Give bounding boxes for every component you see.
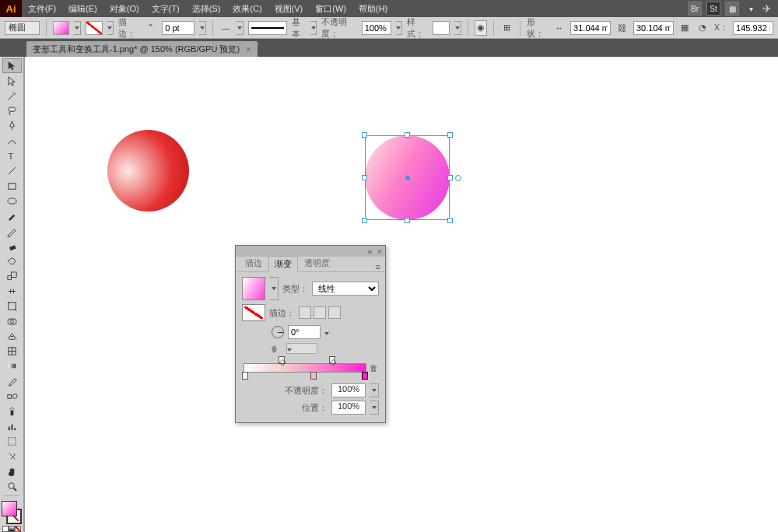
opacity-dropdown[interactable]: [396, 21, 402, 35]
aspect-dropdown[interactable]: [286, 343, 317, 354]
fill-stroke-colors[interactable]: [2, 501, 22, 524]
recolor-icon[interactable]: ◉: [475, 20, 488, 36]
mesh-tool[interactable]: [2, 344, 22, 359]
panel-tab-transparency[interactable]: 透明度: [298, 255, 336, 271]
resize-handle-br[interactable]: [447, 218, 453, 223]
pie-icon[interactable]: ◔: [696, 20, 710, 36]
gradient-stop-3[interactable]: [362, 372, 368, 380]
slice-tool[interactable]: [2, 449, 22, 464]
resize-handle-bl[interactable]: [362, 218, 367, 223]
width-input[interactable]: [570, 21, 611, 35]
stroke-grad-across[interactable]: [328, 306, 341, 319]
stroke-weight-input[interactable]: [162, 21, 194, 35]
panel-tab-stroke[interactable]: 描边: [239, 255, 268, 271]
ref-point-icon[interactable]: ▦: [678, 20, 692, 36]
gradient-tool[interactable]: [2, 359, 22, 373]
menu-window[interactable]: 窗口(W): [309, 3, 352, 15]
center-point-icon[interactable]: [405, 176, 410, 180]
align-icon[interactable]: ⊞: [500, 20, 513, 36]
stop-opacity-dropdown[interactable]: [370, 383, 379, 397]
eraser-tool[interactable]: [2, 239, 22, 254]
gradient-stroke-swatch[interactable]: [242, 304, 265, 321]
canvas[interactable]: « × 描边 渐变 透明度 ≡ 类型： 线性 描边：: [24, 57, 778, 532]
rectangle-tool[interactable]: [2, 179, 22, 194]
dropdown-icon[interactable]: ▾: [744, 2, 758, 16]
resize-handle-t[interactable]: [405, 132, 410, 138]
resize-handle-l[interactable]: [362, 175, 367, 180]
hand-tool[interactable]: [2, 464, 22, 478]
stroke-grad-along[interactable]: [314, 306, 326, 319]
selection-tool[interactable]: [2, 58, 22, 73]
pencil-tool[interactable]: [2, 223, 22, 238]
resize-handle-tl[interactable]: [362, 132, 367, 138]
pen-tool[interactable]: [2, 118, 22, 133]
resize-handle-b[interactable]: [405, 218, 410, 223]
angle-input[interactable]: [288, 325, 321, 339]
stroke-dropdown[interactable]: [107, 21, 114, 35]
menu-view[interactable]: 视图(V): [268, 3, 310, 15]
x-input[interactable]: [733, 21, 773, 35]
close-tab-icon[interactable]: ×: [246, 44, 251, 54]
rotate-tool[interactable]: [2, 254, 22, 268]
angle-dropdown[interactable]: [324, 327, 329, 337]
opacity-input[interactable]: [362, 21, 391, 35]
shape-name[interactable]: 椭圆: [5, 21, 40, 35]
shape-builder-tool[interactable]: [2, 313, 22, 328]
brush-preview[interactable]: [248, 21, 287, 35]
artboard-tool[interactable]: [2, 434, 22, 449]
ellipse-tool[interactable]: [2, 194, 22, 208]
curvature-tool[interactable]: [2, 134, 22, 149]
menu-type[interactable]: 文字(T): [145, 3, 186, 15]
gradient-preset-dropdown[interactable]: [269, 277, 279, 300]
stroke-grad-within[interactable]: [299, 306, 311, 319]
panel-collapse-icon[interactable]: «: [367, 247, 372, 256]
stroke-weight-dropdown[interactable]: [199, 21, 205, 35]
line-tool[interactable]: [2, 163, 22, 178]
style-swatch[interactable]: [433, 21, 450, 35]
menu-edit[interactable]: 编辑(E): [62, 3, 103, 15]
paintbrush-tool[interactable]: [2, 208, 22, 223]
gradient-midpoint-2[interactable]: ◇: [329, 356, 335, 364]
menu-object[interactable]: 对象(O): [103, 3, 145, 15]
gradient-type-select[interactable]: 线性: [312, 282, 379, 296]
blend-tool[interactable]: [2, 389, 22, 404]
resize-handle-r[interactable]: [447, 175, 453, 180]
gradient-stop-2[interactable]: [310, 372, 317, 380]
height-input[interactable]: [633, 21, 674, 35]
selected-object[interactable]: [365, 135, 450, 220]
panel-tab-gradient[interactable]: 渐变: [268, 256, 298, 272]
stroke-swatch[interactable]: [86, 21, 103, 35]
direct-selection-tool[interactable]: [2, 73, 22, 88]
menu-effect[interactable]: 效果(C): [226, 3, 268, 15]
scale-tool[interactable]: [2, 268, 22, 283]
color-mode-none[interactable]: [15, 526, 21, 532]
lasso-tool[interactable]: [2, 103, 22, 118]
gradient-preview-swatch[interactable]: [242, 277, 265, 300]
brush-dropdown[interactable]: [310, 21, 317, 35]
stop-position-input[interactable]: 100%: [331, 401, 366, 415]
menu-file[interactable]: 文件(F): [22, 3, 62, 15]
stop-position-dropdown[interactable]: [370, 401, 379, 415]
zoom-tool[interactable]: [2, 479, 22, 494]
panel-menu-icon[interactable]: ≡: [371, 262, 385, 271]
color-mode-gradient[interactable]: [9, 526, 15, 532]
style-dropdown[interactable]: [454, 21, 461, 35]
free-transform-tool[interactable]: [2, 299, 22, 313]
fill-color-icon[interactable]: [2, 501, 17, 516]
panel-close-icon[interactable]: ×: [377, 247, 382, 256]
type-tool[interactable]: T: [2, 149, 22, 163]
gradient-annotator-end[interactable]: [455, 175, 461, 181]
gradient-stop-1[interactable]: [242, 372, 248, 380]
symbol-sprayer-tool[interactable]: [2, 404, 22, 418]
stop-opacity-input[interactable]: 100%: [331, 383, 366, 397]
red-circle-object[interactable]: [107, 130, 189, 212]
fill-swatch[interactable]: [53, 21, 70, 35]
menu-select[interactable]: 选择(S): [186, 3, 227, 15]
perspective-grid-tool[interactable]: [2, 329, 22, 344]
menu-help[interactable]: 帮助(H): [352, 3, 394, 15]
var-width-dropdown[interactable]: [237, 21, 243, 35]
bridge-icon[interactable]: Br: [688, 2, 702, 16]
gradient-midpoint-1[interactable]: ◇: [279, 356, 285, 364]
fill-dropdown[interactable]: [74, 21, 80, 35]
delete-stop-icon[interactable]: 🗑: [370, 363, 379, 374]
